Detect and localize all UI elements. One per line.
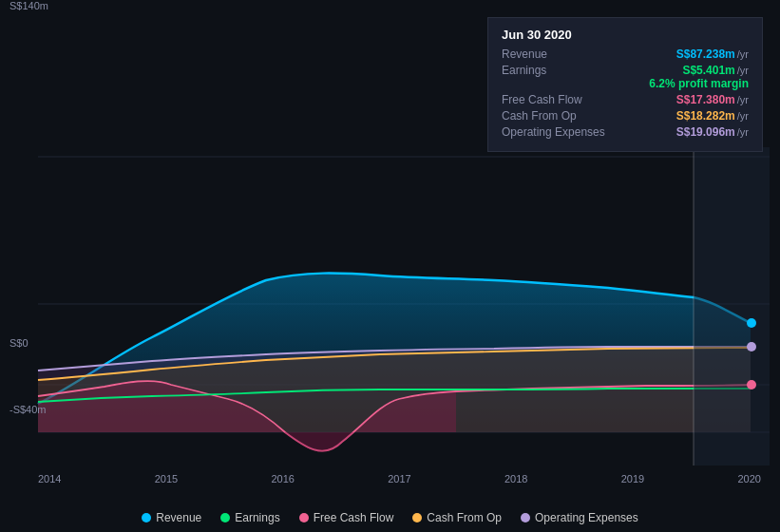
x-label-2019: 2019 bbox=[621, 473, 644, 484]
legend-item-cashop[interactable]: Cash From Op bbox=[412, 511, 502, 524]
legend-label-earnings: Earnings bbox=[235, 511, 279, 524]
y-axis-label-mid: S$0 bbox=[10, 337, 29, 349]
legend-dot-revenue bbox=[142, 513, 151, 522]
tooltip-opex-row: Operating Expenses S$19.096m/yr bbox=[502, 125, 749, 139]
tooltip-revenue-value: S$87.238m/yr bbox=[676, 48, 749, 61]
tooltip-earnings-value: S$5.401m/yr bbox=[682, 64, 749, 77]
legend-dot-cashop bbox=[412, 513, 422, 522]
tooltip-revenue-label: Revenue bbox=[502, 48, 625, 61]
legend-dot-earnings bbox=[220, 513, 230, 522]
tooltip-fcf-label: Free Cash Flow bbox=[502, 93, 625, 106]
x-label-2014: 2014 bbox=[38, 473, 61, 484]
tooltip-fcf-row: Free Cash Flow S$17.380m/yr bbox=[502, 93, 749, 106]
x-label-2016: 2016 bbox=[272, 473, 295, 484]
legend-item-fcf[interactable]: Free Cash Flow bbox=[299, 511, 394, 524]
tooltip-cashop-row: Cash From Op S$18.282m/yr bbox=[502, 109, 749, 123]
legend-label-opex: Operating Expenses bbox=[535, 511, 638, 524]
tooltip-date: Jun 30 2020 bbox=[502, 28, 749, 42]
y-axis-label-bot: -S$40m bbox=[10, 404, 47, 415]
tooltip-revenue-row: Revenue S$87.238m/yr bbox=[502, 48, 749, 61]
legend-item-revenue[interactable]: Revenue bbox=[142, 511, 201, 524]
tooltip-earnings-row: Earnings S$5.401m/yr 6.2% profit margin bbox=[502, 64, 749, 90]
x-label-2020: 2020 bbox=[738, 473, 761, 484]
chart-svg bbox=[0, 147, 780, 466]
legend-label-revenue: Revenue bbox=[156, 511, 201, 524]
svg-point-7 bbox=[747, 318, 756, 328]
chart-legend: Revenue Earnings Free Cash Flow Cash Fro… bbox=[0, 511, 780, 524]
x-axis-labels: 2014 2015 2016 2017 2018 2019 2020 bbox=[38, 473, 780, 484]
x-label-2017: 2017 bbox=[388, 473, 410, 484]
legend-label-cashop: Cash From Op bbox=[427, 511, 502, 524]
svg-rect-5 bbox=[694, 147, 770, 466]
tooltip-opex-value: S$19.096m/yr bbox=[676, 125, 749, 139]
tooltip-panel: Jun 30 2020 Revenue S$87.238m/yr Earning… bbox=[487, 17, 763, 152]
tooltip-earnings-values: S$5.401m/yr 6.2% profit margin bbox=[645, 64, 749, 90]
y-axis-label-top: S$140m bbox=[10, 0, 48, 11]
tooltip-cashop-value: S$18.282m/yr bbox=[676, 109, 749, 123]
x-label-2015: 2015 bbox=[155, 473, 178, 484]
tooltip-fcf-value: S$17.380m/yr bbox=[676, 93, 749, 106]
legend-item-opex[interactable]: Operating Expenses bbox=[521, 511, 638, 524]
legend-dot-fcf bbox=[299, 513, 309, 522]
tooltip-earnings-label: Earnings bbox=[502, 64, 625, 77]
svg-point-8 bbox=[747, 342, 756, 352]
tooltip-profit-margin: 6.2% profit margin bbox=[649, 77, 749, 90]
legend-label-fcf: Free Cash Flow bbox=[314, 511, 394, 524]
svg-point-9 bbox=[747, 380, 756, 390]
legend-dot-opex bbox=[521, 513, 530, 522]
tooltip-opex-label: Operating Expenses bbox=[502, 125, 625, 139]
legend-item-earnings[interactable]: Earnings bbox=[220, 511, 279, 524]
x-label-2018: 2018 bbox=[504, 473, 527, 484]
tooltip-cashop-label: Cash From Op bbox=[502, 109, 625, 123]
